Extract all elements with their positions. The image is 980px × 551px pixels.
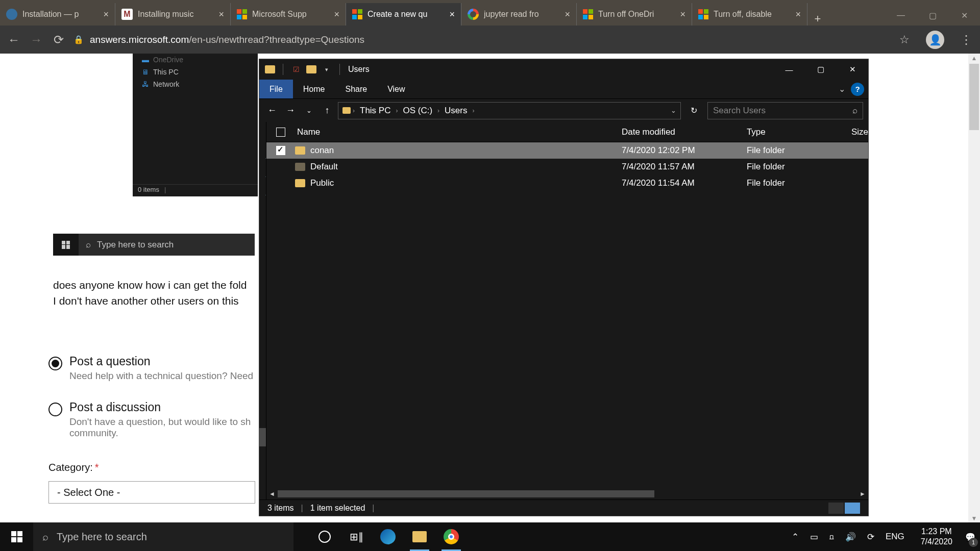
address-bar[interactable]: 🔒 answers.microsoft.com/en-us/newthread?… <box>74 34 892 45</box>
option-post-question[interactable]: Post a question Need help with a technic… <box>48 355 253 382</box>
minimize-icon[interactable]: — <box>773 59 805 80</box>
refresh-icon[interactable]: ↻ <box>686 106 701 115</box>
radio-unselected[interactable] <box>48 403 62 416</box>
breadcrumb[interactable]: Users <box>442 106 470 116</box>
browser-tab[interactable]: Installation — p × <box>0 3 115 26</box>
close-icon[interactable]: × <box>449 9 455 20</box>
history-dropdown-icon[interactable]: ⌄ <box>301 107 316 114</box>
checkbox-icon[interactable]: ☑ <box>290 64 302 75</box>
sidebar-this-pc[interactable]: 🖥 This PC <box>259 281 266 299</box>
browser-tab[interactable]: Microsoft Supp × <box>231 3 346 26</box>
option-post-discussion[interactable]: Post a discussion Don't have a question,… <box>48 400 251 439</box>
category-select[interactable]: - Select One - <box>48 481 255 504</box>
scroll-right-icon[interactable]: ► <box>857 490 868 497</box>
back-icon[interactable]: ← <box>6 33 21 47</box>
scroll-left-icon[interactable]: ◄ <box>266 490 278 497</box>
breadcrumb[interactable]: OS (C:) <box>400 106 435 116</box>
sidebar-item[interactable]: cse30 <box>259 201 266 219</box>
menu-icon[interactable]: ⋮ <box>959 33 974 47</box>
sidebar-item[interactable]: Desktop📌 <box>259 145 266 164</box>
file-row[interactable]: Default 7/4/2020 11:57 AM File folder <box>266 159 868 175</box>
task-view-icon[interactable]: ⊞∥ <box>340 522 372 551</box>
new-tab-button[interactable]: + <box>807 12 828 26</box>
sync-icon[interactable]: ⟳ <box>867 532 874 542</box>
wifi-icon[interactable]: ⩍ <box>829 532 834 542</box>
scroll-down-icon[interactable]: ▼ <box>968 515 980 522</box>
sidebar-item[interactable]: Documents📌 <box>259 182 266 201</box>
bookmark-icon[interactable]: ☆ <box>899 33 910 46</box>
sidebar-quick-access[interactable]: ★ Quick access <box>259 127 266 145</box>
column-header-name[interactable]: Name <box>295 127 622 137</box>
chevron-right-icon[interactable]: › <box>351 107 357 114</box>
battery-icon[interactable]: ▭ <box>810 532 818 542</box>
cortana-icon[interactable] <box>309 522 340 551</box>
taskbar-clock[interactable]: 1:23 PM 7/4/2020 <box>913 527 961 547</box>
edge-icon[interactable] <box>372 522 404 551</box>
dropdown-icon[interactable]: ▾ <box>321 64 332 75</box>
close-icon[interactable]: × <box>334 9 339 20</box>
row-checkbox[interactable] <box>276 146 285 155</box>
page-scrollbar[interactable]: ▲ ▼ <box>968 54 980 523</box>
radio-selected[interactable] <box>48 357 62 370</box>
file-row[interactable]: Public 7/4/2020 11:54 AM File folder <box>266 175 868 191</box>
maximize-icon[interactable]: ▢ <box>917 11 948 20</box>
ribbon-expand-icon[interactable]: ⌄ <box>832 80 851 98</box>
close-icon[interactable]: ✕ <box>948 11 980 20</box>
sidebar-item[interactable]: Music <box>259 373 266 391</box>
minimize-icon[interactable]: — <box>885 11 917 20</box>
sidebar-network[interactable]: 🖧 Network <box>259 454 266 472</box>
scrollbar-thumb[interactable] <box>969 64 979 130</box>
close-icon[interactable]: × <box>218 9 224 20</box>
start-button[interactable] <box>0 522 33 551</box>
scrollbar-thumb[interactable] <box>278 490 654 497</box>
ribbon-tab-share[interactable]: Share <box>335 80 377 98</box>
close-icon[interactable]: × <box>795 9 801 20</box>
profile-avatar[interactable]: 👤 <box>926 31 944 49</box>
column-header-type[interactable]: Type <box>747 127 851 137</box>
sidebar-item[interactable]: Documents <box>259 336 266 355</box>
notification-center-icon[interactable]: 💬 1 <box>961 522 980 551</box>
file-row[interactable]: conan 7/4/2020 12:02 PM File folder <box>266 142 868 159</box>
browser-tab-active[interactable]: Create a new qu × <box>346 3 461 26</box>
sidebar-item[interactable]: Downloads📌 <box>259 164 266 182</box>
file-explorer-icon[interactable] <box>404 522 435 551</box>
close-icon[interactable]: × <box>565 9 570 20</box>
volume-icon[interactable]: 🔊 <box>845 532 856 542</box>
scroll-up-icon[interactable]: ▲ <box>968 54 980 62</box>
help-icon[interactable]: ? <box>851 83 864 96</box>
sidebar-item[interactable]: OS (C:) <box>259 428 266 446</box>
up-icon[interactable]: ↑ <box>320 105 335 116</box>
forward-icon[interactable]: → <box>29 33 44 47</box>
tray-expand-icon[interactable]: ⌃ <box>792 532 799 542</box>
sidebar-item[interactable]: scans <box>259 237 266 256</box>
column-header-size[interactable]: Size <box>851 127 868 137</box>
reload-icon[interactable]: ⟳ <box>51 33 66 47</box>
chevron-right-icon[interactable]: › <box>470 107 476 114</box>
browser-tab[interactable]: Turn off OneDri × <box>577 3 692 26</box>
ribbon-tab-file[interactable]: File <box>259 80 293 98</box>
browser-tab[interactable]: jupyter read fro × <box>461 3 577 26</box>
sidebar-item[interactable]: Pictures <box>259 219 266 237</box>
close-icon[interactable]: × <box>680 9 685 20</box>
back-icon[interactable]: ← <box>264 105 280 116</box>
taskbar-search-box[interactable]: ⌕ Type here to search <box>33 522 293 551</box>
sidebar-item[interactable]: Pictures <box>259 391 266 410</box>
column-header-date[interactable]: Date modified <box>622 127 747 137</box>
view-large-icons-icon[interactable] <box>845 503 860 514</box>
dropdown-icon[interactable]: ⌄ <box>671 107 676 114</box>
sidebar-item[interactable]: 3D Objects <box>259 299 266 318</box>
select-all-checkbox[interactable] <box>276 128 285 137</box>
view-details-icon[interactable] <box>828 503 844 514</box>
chevron-right-icon[interactable]: › <box>435 107 442 114</box>
sidebar-item[interactable]: testingpa2 <box>259 256 266 274</box>
ribbon-tab-view[interactable]: View <box>377 80 415 98</box>
chevron-right-icon[interactable]: › <box>394 107 400 114</box>
address-bar[interactable]: › This PC › OS (C:) › Users › ⌄ <box>338 102 681 119</box>
maximize-icon[interactable]: ▢ <box>805 59 837 80</box>
search-icon[interactable]: ⌕ <box>852 106 857 116</box>
search-box[interactable]: Search Users ⌕ <box>707 102 863 119</box>
breadcrumb[interactable]: This PC <box>357 106 394 116</box>
sidebar-item[interactable]: Downloads <box>259 355 266 373</box>
sidebar-item[interactable]: Videos <box>259 410 266 428</box>
horizontal-scrollbar[interactable]: ◄ ► <box>266 488 868 499</box>
